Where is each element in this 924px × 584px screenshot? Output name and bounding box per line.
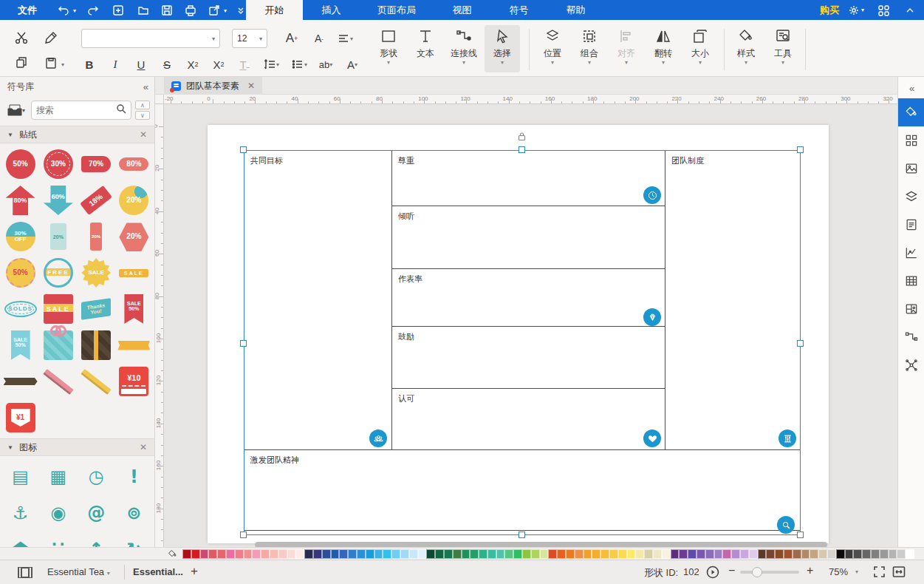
selection-handle-top-left[interactable] [240,146,247,153]
cell-respect[interactable]: 尊重 [391,150,665,206]
abacus-icon[interactable] [778,429,796,447]
copy-icon[interactable] [10,52,32,73]
align-text-icon[interactable]: ▾ [334,28,356,49]
search-field[interactable] [36,105,110,115]
library-icon-symbol[interactable]: ◉ [41,498,75,528]
color-swatch[interactable] [322,549,331,559]
new-document-icon[interactable] [111,3,126,18]
sticker-symbol[interactable]: 20% [117,222,151,251]
sticker-symbol[interactable]: 50% [4,149,38,179]
document-tab[interactable]: 团队基本要素 ✕ [164,77,262,95]
image-panel-button[interactable] [898,155,924,183]
cell-common-goal[interactable]: 共同目标 [244,150,392,450]
canvas-viewport[interactable]: 共同目标 尊重 倾听 作表率 鼓励 认可 团队制度 激发团队精神 [164,104,897,547]
cell-team-system[interactable]: 团队制度 [665,150,801,450]
select-tool-button[interactable]: 选择▾ [485,25,520,72]
color-swatch[interactable] [793,549,801,559]
export-icon[interactable] [207,3,222,18]
selection-handle-top-right[interactable] [797,146,804,153]
shape-tool-button[interactable]: 形状▾ [371,25,406,72]
clock-icon[interactable] [643,186,661,204]
sticker-symbol[interactable]: 80% [117,149,151,179]
gear-dropdown-caret[interactable]: ▾ [861,7,864,13]
color-swatch[interactable] [513,549,522,559]
sticker-symbol[interactable]: SALE [79,258,113,288]
text-tool-button[interactable]: 文本 [408,25,443,72]
sticker-symbol[interactable] [79,367,113,396]
color-swatch[interactable] [200,549,209,559]
color-swatch[interactable] [697,549,705,559]
color-swatch[interactable] [671,549,680,559]
sticker-symbol[interactable]: 70% [79,149,113,179]
library-icon-symbol[interactable]: ⊚ [117,498,151,528]
font-color-button[interactable]: A▾ [341,54,363,75]
team-icon[interactable] [369,429,387,447]
character-spacing-button[interactable]: ab▾ [315,54,337,75]
color-swatch[interactable] [444,549,453,559]
color-swatch[interactable] [731,549,740,559]
clipart-panel-button[interactable] [898,295,924,323]
sticker-symbol[interactable]: 20% [117,186,151,215]
color-swatch[interactable] [453,549,462,559]
selection-handle-bottom-right[interactable] [797,532,804,538]
color-swatch[interactable] [252,549,261,559]
menu-tab[interactable]: 插入 [303,0,360,20]
cell-recognition[interactable]: 认可 [391,388,665,450]
color-swatch[interactable] [400,549,409,559]
menu-tab[interactable]: 视图 [434,0,490,20]
library-icon-symbol[interactable]: ⬟ [4,534,38,547]
sticker-symbol[interactable]: 18% [79,186,113,215]
layers-panel-button[interactable] [898,183,924,211]
color-swatch[interactable] [592,549,600,559]
color-swatch[interactable] [383,549,391,559]
cell-example[interactable]: 作表率 [391,268,665,327]
color-swatch[interactable] [705,549,714,559]
library-icon-symbol[interactable]: ▤ [4,462,38,492]
fit-to-window-icon[interactable] [892,566,906,580]
library-icon-symbol[interactable]: ▦ [41,462,75,492]
increase-font-icon[interactable]: A+ [281,28,303,49]
color-swatch[interactable] [226,549,235,559]
stickers-section-header[interactable]: ▼ 贴纸 ✕ [0,126,154,143]
undo-icon[interactable] [56,3,71,18]
sticker-symbol[interactable]: 60% [41,186,75,215]
decrease-font-icon[interactable]: A- [308,28,330,49]
color-swatch[interactable] [862,549,871,559]
sticker-symbol[interactable]: ¥1 [4,403,38,432]
icons-section-header[interactable]: ▼ 图标 ✕ [0,438,154,456]
color-swatch[interactable] [827,549,836,559]
color-swatch[interactable] [182,549,191,559]
color-swatch[interactable] [366,549,374,559]
page-list-dropdown[interactable]: Essential Tea ▾ [47,566,110,577]
color-swatch[interactable] [331,549,340,559]
color-swatch[interactable] [435,549,444,559]
tools-button[interactable]: 工具▾ [765,25,801,72]
notes-panel-button[interactable] [898,211,924,239]
selection-handle-mid-left[interactable] [240,340,247,347]
color-swatch[interactable] [722,549,731,559]
color-swatch[interactable] [339,549,348,559]
text-color-button[interactable]: T▾ [233,54,256,75]
sticker-symbol[interactable]: SALE 50% [117,294,151,324]
paste-dropdown-caret[interactable]: ▾ [59,54,66,75]
page-panel-icon[interactable] [18,567,32,578]
menu-tab[interactable]: 符号 [490,0,547,20]
sticker-symbol[interactable]: 20% [41,222,75,251]
font-family-combo[interactable]: ▾ [81,29,220,48]
sticker-symbol[interactable]: 30% [41,149,75,179]
scroll-down-button[interactable]: ∨ [135,111,150,120]
diamond-icon[interactable] [643,308,661,326]
color-swatch[interactable] [740,549,749,559]
close-section-icon[interactable]: ✕ [140,129,147,140]
chart-panel-button[interactable] [898,239,924,267]
underline-button[interactable]: U [130,54,152,75]
symbols-panel-button[interactable] [898,126,924,155]
font-size-combo[interactable]: 12 ▾ [232,29,267,48]
undo-dropdown-caret[interactable]: ▾ [71,3,78,18]
menu-tab[interactable]: 开始 [246,0,303,20]
sticker-symbol[interactable]: 80% [4,186,38,215]
sticker-symbol[interactable]: ¥10 [117,367,151,396]
save-icon[interactable] [160,3,174,18]
table-panel-button[interactable] [898,267,924,295]
library-icon-symbol[interactable]: ◷ [79,462,113,492]
